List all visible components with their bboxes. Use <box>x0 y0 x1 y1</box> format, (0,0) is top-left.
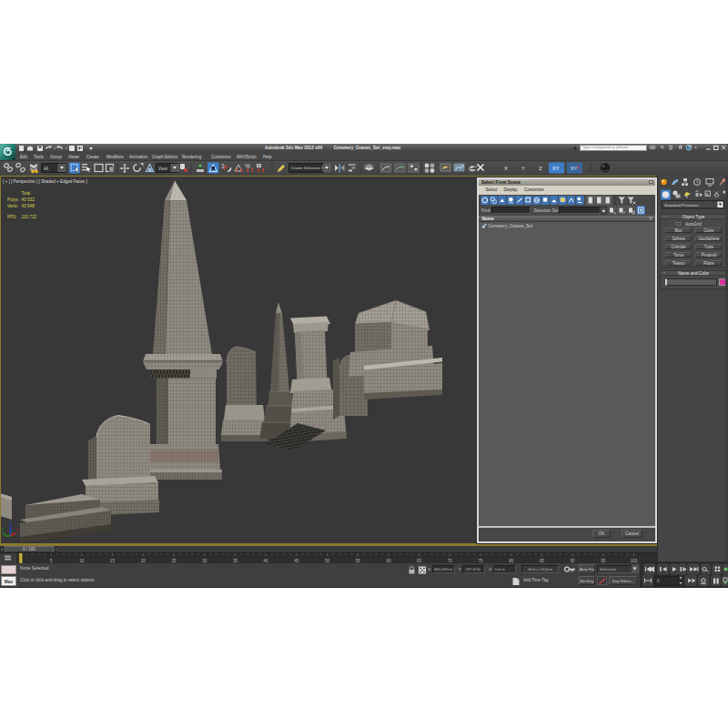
svg-text:[ + ] [ Perspective ] [ Shaded: [ + ] [ Perspective ] [ Shaded + Edged F… <box>3 179 87 184</box>
svg-text:30: 30 <box>202 559 207 563</box>
svg-text:40: 40 <box>264 559 269 563</box>
svg-text:95: 95 <box>601 559 606 563</box>
svg-text:100: 100 <box>631 559 638 563</box>
svg-text:0: 0 <box>657 579 660 583</box>
svg-text:All: All <box>44 167 48 171</box>
svg-text:50: 50 <box>325 559 330 563</box>
svg-text:?: ? <box>688 145 691 150</box>
svg-text:60: 60 <box>386 559 391 563</box>
svg-text:65: 65 <box>417 559 422 563</box>
svg-text:75: 75 <box>478 559 483 563</box>
svg-text:Standard Primitives: Standard Primitives <box>664 203 700 207</box>
svg-text:25: 25 <box>171 559 177 563</box>
svg-text:55: 55 <box>356 559 361 563</box>
svg-text:35: 35 <box>233 559 238 563</box>
svg-text:85: 85 <box>540 559 545 563</box>
svg-text:Total: Total <box>22 191 31 196</box>
svg-text:Y: Y <box>521 166 525 171</box>
svg-text:20: 20 <box>141 559 147 563</box>
svg-text:43 532: 43 532 <box>22 197 35 202</box>
svg-text:XY: XY <box>571 166 578 171</box>
svg-text:80: 80 <box>509 559 514 563</box>
svg-text:XY: XY <box>552 166 560 171</box>
svg-text:View: View <box>158 167 168 171</box>
svg-text:90: 90 <box>571 559 576 563</box>
svg-text:45: 45 <box>294 559 299 563</box>
svg-text:X: X <box>504 166 508 171</box>
svg-text:15: 15 <box>110 559 116 563</box>
svg-text:Verts:: Verts: <box>7 204 18 208</box>
svg-text:43 548: 43 548 <box>22 204 35 208</box>
svg-text:70: 70 <box>448 559 453 563</box>
svg-text:Create Selection Se: Create Selection Se <box>291 166 328 170</box>
svg-text:FPS:: FPS: <box>7 215 16 219</box>
svg-text:Polys:: Polys: <box>7 197 19 202</box>
svg-text:a: a <box>706 191 709 197</box>
svg-text:110,722: 110,722 <box>22 215 37 219</box>
svg-text:10: 10 <box>79 559 85 563</box>
svg-text:Z: Z <box>539 166 542 171</box>
